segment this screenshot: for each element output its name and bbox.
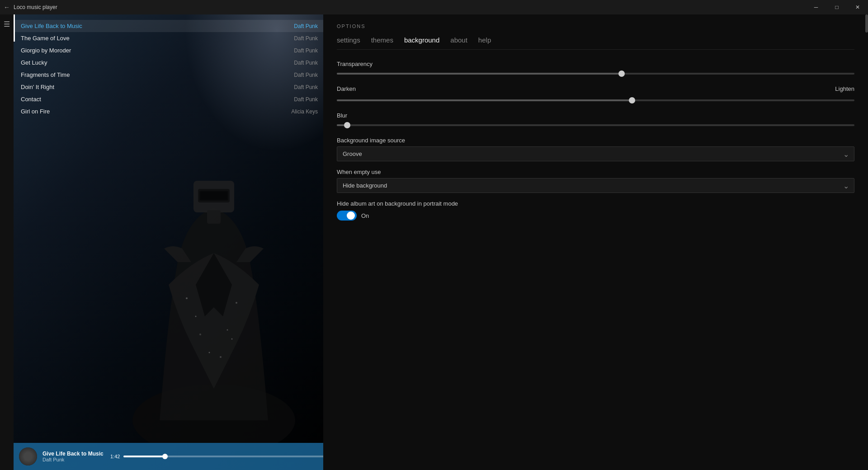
now-playing-track-name: Give Life Back to Music xyxy=(42,451,110,457)
track-artist: Daft Punk xyxy=(294,72,318,78)
album-art xyxy=(19,447,37,465)
transparency-slider-track xyxy=(337,73,854,75)
options-title: OPTIONS xyxy=(337,24,854,29)
portrait-toggle-row: Hide album art on background in portrait… xyxy=(337,200,854,221)
now-playing-artist: Daft Punk xyxy=(42,457,110,462)
main-layout: ☰ xyxy=(0,14,868,470)
track-item[interactable]: Get Lucky Daft Punk xyxy=(14,56,323,69)
darken-lighten-labels: Darken Lighten xyxy=(337,85,854,96)
tracklist-area: Give Life Back to Music Daft Punk The Ga… xyxy=(14,14,323,470)
track-item[interactable]: Giorgio by Moroder Daft Punk xyxy=(14,44,323,56)
transparency-label: Transparency xyxy=(337,61,854,67)
svg-point-8 xyxy=(236,302,237,304)
track-artist: Daft Punk xyxy=(294,47,318,54)
svg-rect-4 xyxy=(200,192,227,200)
now-playing-bar: Give Life Back to Music Daft Punk 1:42 xyxy=(14,443,323,470)
maximize-button[interactable]: □ xyxy=(826,0,847,14)
options-nav-help[interactable]: help xyxy=(478,36,491,46)
transparency-option: Transparency xyxy=(337,61,854,76)
transparency-slider-container[interactable] xyxy=(337,71,854,76)
options-nav: settingsthemesbackgroundabouthelp xyxy=(337,36,854,50)
progress-thumb xyxy=(162,454,168,459)
portrait-toggle[interactable] xyxy=(337,211,357,221)
sidebar: ☰ xyxy=(0,14,14,470)
track-name: Get Lucky xyxy=(21,59,47,66)
transparency-fill xyxy=(337,73,622,75)
track-item[interactable]: Girl on Fire Alicia Keys xyxy=(14,105,323,118)
bg-source-wrapper[interactable]: GrooveLocalNone xyxy=(337,146,854,161)
track-name: Fragments of Time xyxy=(21,71,70,78)
track-artist: Alicia Keys xyxy=(291,108,318,115)
track-info: Give Life Back to Music Daft Punk xyxy=(42,451,110,462)
darken-slider-container[interactable] xyxy=(337,98,854,103)
track-name: Doin' It Right xyxy=(21,84,54,90)
lighten-label: Lighten xyxy=(835,85,854,92)
when-empty-select[interactable]: Hide backgroundSolid colorLast used xyxy=(337,178,854,193)
svg-point-10 xyxy=(199,334,201,335)
options-panel: OPTIONS settingsthemesbackgroundabouthel… xyxy=(323,14,868,470)
svg-rect-5 xyxy=(207,210,221,224)
svg-point-11 xyxy=(208,352,210,353)
toggle-knob xyxy=(347,212,355,220)
blur-slider-container[interactable] xyxy=(337,122,854,128)
track-artist: Daft Punk xyxy=(294,84,318,90)
bg-source-label: Background image source xyxy=(337,137,854,144)
darken-thumb[interactable] xyxy=(629,97,635,103)
close-button[interactable]: ✕ xyxy=(847,0,868,14)
blur-option: Blur xyxy=(337,112,854,128)
darken-lighten-option: Darken Lighten xyxy=(337,85,854,103)
track-name: The Game of Love xyxy=(21,35,70,42)
track-artist: Daft Punk xyxy=(294,60,318,66)
hamburger-menu[interactable]: ☰ xyxy=(4,20,10,28)
when-empty-label: When empty use xyxy=(337,169,854,175)
progress-fill xyxy=(123,456,165,457)
svg-point-13 xyxy=(231,338,232,340)
options-nav-background[interactable]: background xyxy=(404,36,439,46)
bg-source-select[interactable]: GrooveLocalNone xyxy=(337,146,854,161)
svg-point-6 xyxy=(186,297,188,299)
track-item[interactable]: Contact Daft Punk xyxy=(14,93,323,105)
track-name: Contact xyxy=(21,96,41,103)
options-nav-themes[interactable]: themes xyxy=(371,36,393,46)
toggle-container: On xyxy=(337,211,854,221)
track-name: Give Life Back to Music xyxy=(21,23,82,29)
titlebar: ← Loco music player ─ □ ✕ xyxy=(0,0,868,14)
track-item[interactable]: Fragments of Time Daft Punk xyxy=(14,69,323,81)
track-name: Girl on Fire xyxy=(21,108,50,115)
track-item[interactable]: Doin' It Right Daft Punk xyxy=(14,81,323,93)
svg-point-7 xyxy=(195,316,196,317)
artist-figure xyxy=(101,127,324,443)
back-icon[interactable]: ← xyxy=(4,4,10,11)
track-name: Giorgio by Moroder xyxy=(21,47,71,54)
darken-label: Darken xyxy=(337,85,356,92)
track-item[interactable]: The Game of Love Daft Punk xyxy=(14,32,323,44)
toggle-on-label: On xyxy=(361,212,369,219)
when-empty-wrapper[interactable]: Hide backgroundSolid colorLast used xyxy=(337,178,854,193)
portrait-toggle-label: Hide album art on background in portrait… xyxy=(337,200,854,207)
bg-source-container: Background image source GrooveLocalNone xyxy=(337,137,854,161)
when-empty-container: When empty use Hide backgroundSolid colo… xyxy=(337,169,854,193)
svg-point-9 xyxy=(226,329,228,331)
track-time: 1:42 xyxy=(110,454,120,459)
titlebar-controls: ─ □ ✕ xyxy=(806,0,868,14)
options-nav-about[interactable]: about xyxy=(450,36,467,46)
blur-thumb[interactable] xyxy=(344,122,350,128)
titlebar-left: ← Loco music player xyxy=(0,4,57,11)
progress-bar[interactable] xyxy=(123,456,323,457)
track-item[interactable]: Give Life Back to Music Daft Punk xyxy=(14,20,323,32)
transparency-thumb[interactable] xyxy=(618,70,625,77)
options-nav-settings[interactable]: settings xyxy=(337,36,360,46)
darken-slider-track xyxy=(337,99,854,101)
track-artist: Daft Punk xyxy=(294,35,318,42)
tracklist: Give Life Back to Music Daft Punk The Ga… xyxy=(14,20,323,118)
album-art-image xyxy=(19,447,37,465)
options-scrollbar[interactable] xyxy=(865,14,868,33)
track-artist: Daft Punk xyxy=(294,96,318,103)
blur-label: Blur xyxy=(337,112,854,119)
track-artist: Daft Punk xyxy=(294,23,318,29)
minimize-button[interactable]: ─ xyxy=(806,0,826,14)
svg-point-12 xyxy=(220,356,222,358)
darken-fill xyxy=(337,99,632,101)
app-title: Loco music player xyxy=(14,4,57,10)
scroll-indicator xyxy=(14,14,15,42)
